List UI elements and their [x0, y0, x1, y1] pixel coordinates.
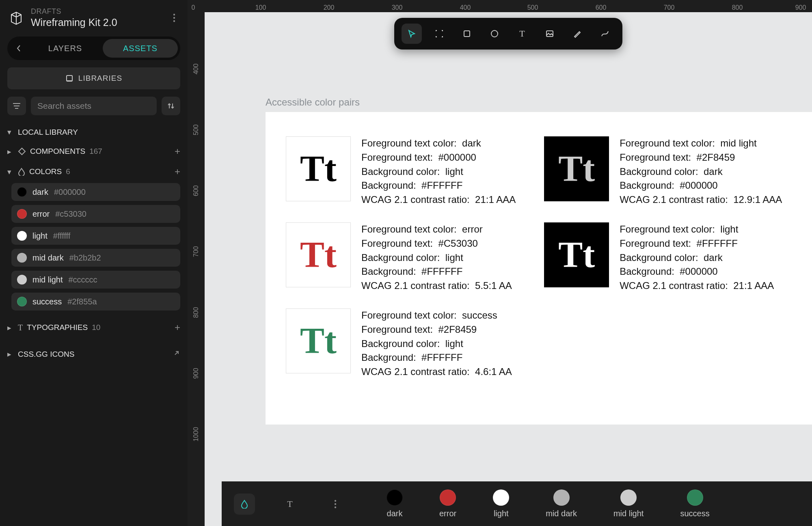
chevron-right-icon: ▸	[7, 323, 14, 332]
ruler-tick: 1000	[192, 427, 200, 442]
color-item[interactable]: error #c53030	[11, 205, 180, 223]
canvas[interactable]: T Accessible color pairs Tt Foreground t…	[205, 12, 812, 526]
palette-menu-kebab-icon[interactable]	[325, 494, 346, 515]
typographies-count: 10	[92, 323, 100, 332]
ruler-tick: 700	[664, 4, 675, 11]
svg-point-0	[173, 14, 175, 15]
svg-point-5	[491, 30, 498, 37]
color-pair[interactable]: Tt Foreground text color: error Foregrou…	[286, 222, 516, 293]
ruler-tick: 900	[795, 4, 806, 11]
ruler-tick: 200	[324, 4, 335, 11]
color-pair[interactable]: Tt Foreground text color: success Foregr…	[286, 308, 516, 379]
colors-count: 6	[66, 167, 70, 176]
section-components[interactable]: ▸ COMPONENTS 167 +	[7, 146, 180, 157]
tool-image[interactable]	[540, 24, 560, 44]
components-count: 167	[89, 147, 102, 156]
ruler-horizontal: 0100200300400500600700800900	[188, 0, 812, 12]
color-swatch	[17, 187, 27, 197]
sidebar: DRAFTS Wireframing Kit 2.0 LAYERS ASSETS…	[0, 0, 188, 526]
add-typography-icon[interactable]: +	[175, 322, 180, 333]
ruler-tick: 100	[255, 4, 266, 11]
libraries-button[interactable]: LIBRARIES	[7, 67, 180, 89]
contrast-metadata: Foreground text color: error Foreground …	[361, 222, 512, 293]
color-item[interactable]: success #2f855a	[11, 293, 180, 310]
ruler-tick: 600	[192, 185, 200, 196]
ruler-tick: 600	[596, 4, 607, 11]
section-colors[interactable]: ▾ COLORS 6 +	[7, 166, 180, 177]
droplet-icon	[18, 168, 25, 176]
add-color-icon[interactable]: +	[175, 166, 180, 177]
color-hex: #000000	[54, 188, 86, 197]
color-item[interactable]: mid dark #b2b2b2	[11, 249, 180, 267]
color-swatch	[17, 231, 27, 241]
tool-text[interactable]: T	[512, 24, 532, 44]
external-link-icon[interactable]	[173, 349, 180, 359]
contrast-metadata: Foreground text color: mid light Foregro…	[620, 136, 782, 207]
app-logo-icon	[7, 9, 25, 27]
tool-frame[interactable]	[429, 24, 449, 44]
palette-swatch[interactable]: light	[493, 489, 509, 518]
palette-swatch[interactable]: mid dark	[546, 489, 577, 518]
palette-dot	[493, 489, 509, 506]
tool-curve[interactable]	[595, 24, 615, 44]
color-hex: #2f855a	[67, 297, 97, 306]
color-name: mid light	[32, 275, 63, 285]
floating-toolbar: T	[394, 18, 622, 50]
artboard-label[interactable]: Accessible color pairs	[266, 97, 360, 108]
sidebar-header: DRAFTS Wireframing Kit 2.0	[7, 7, 180, 28]
contrast-preview: Tt	[544, 222, 609, 287]
palette-dot	[553, 489, 570, 506]
contrast-preview: Tt	[286, 308, 351, 373]
sort-icon[interactable]	[162, 97, 180, 115]
color-item[interactable]: light #ffffff	[11, 227, 180, 245]
color-name: success	[32, 297, 62, 306]
palette-swatch[interactable]: mid light	[613, 489, 644, 518]
palette-swatch[interactable]: dark	[387, 489, 403, 518]
tool-rectangle[interactable]	[457, 24, 477, 44]
palette-dot	[387, 489, 403, 506]
palette-swatch[interactable]: error	[439, 489, 456, 518]
workspace: 0100200300400500600700800900 40050060070…	[188, 0, 812, 526]
section-css-icons[interactable]: ▸ CSS.GG ICONS	[7, 349, 180, 359]
svg-point-9	[335, 506, 336, 508]
svg-rect-6	[546, 31, 553, 37]
search-input[interactable]	[31, 97, 157, 115]
ruler-tick: 800	[732, 4, 743, 11]
palette-mode-type-icon[interactable]: T	[279, 494, 300, 515]
tool-select[interactable]	[402, 24, 422, 44]
tool-pen[interactable]	[567, 24, 587, 44]
sidebar-tabs: LAYERS ASSETS	[7, 37, 180, 60]
section-typographies[interactable]: ▸ T TYPOGRAPHIES 10 +	[7, 322, 180, 333]
tabs-back-icon[interactable]	[10, 39, 28, 58]
color-hex: #ffffff	[53, 231, 71, 241]
components-label: COMPONENTS	[30, 147, 85, 156]
tab-assets[interactable]: ASSETS	[103, 39, 178, 58]
filter-icon[interactable]	[7, 97, 26, 115]
artboard[interactable]: Tt Foreground text color: dark Foregroun…	[266, 112, 812, 425]
svg-rect-3	[67, 75, 72, 81]
chevron-down-icon: ▾	[7, 167, 14, 177]
file-title: Wireframing Kit 2.0	[31, 17, 162, 28]
color-name: mid dark	[32, 253, 64, 263]
ruler-tick: 800	[192, 307, 200, 318]
color-pair[interactable]: Tt Foreground text color: mid light Fore…	[544, 136, 782, 207]
color-item[interactable]: mid light #cccccc	[11, 271, 180, 289]
add-component-icon[interactable]: +	[175, 146, 180, 157]
palette-mode-color-icon[interactable]	[234, 494, 255, 515]
palette-dot	[440, 489, 456, 506]
book-icon	[65, 74, 73, 82]
color-swatch	[17, 297, 27, 306]
palette-swatch[interactable]: success	[680, 489, 709, 518]
file-menu-kebab-icon[interactable]	[168, 12, 180, 24]
color-item[interactable]: dark #000000	[11, 183, 180, 201]
section-local-library[interactable]: ▾ LOCAL LIBRARY	[7, 127, 180, 137]
tab-layers[interactable]: LAYERS	[28, 39, 103, 58]
components-icon	[18, 147, 26, 155]
color-pair[interactable]: Tt Foreground text color: dark Foregroun…	[286, 136, 516, 207]
tool-ellipse[interactable]	[484, 24, 505, 44]
palette-label: error	[439, 509, 456, 518]
color-pair[interactable]: Tt Foreground text color: light Foregrou…	[544, 222, 782, 293]
ruler-tick: 900	[192, 368, 200, 379]
ruler-tick: 0	[192, 4, 195, 11]
breadcrumb-drafts[interactable]: DRAFTS	[31, 7, 162, 16]
